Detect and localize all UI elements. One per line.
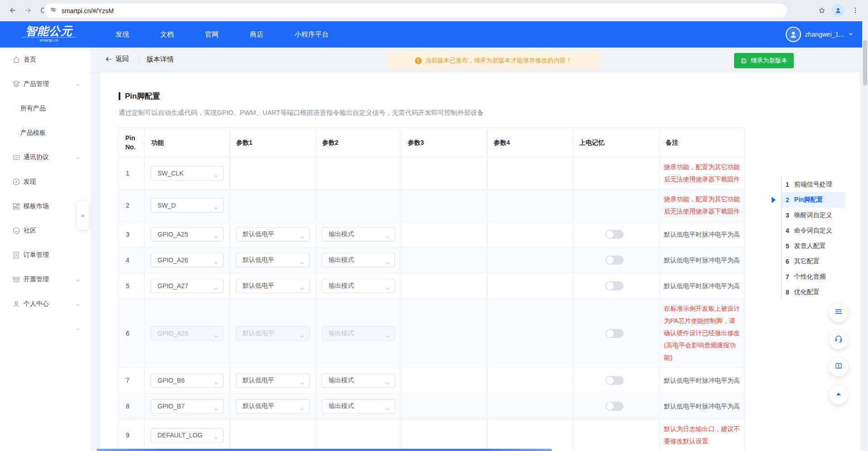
function-select[interactable]: GPIO_B6: [151, 373, 224, 388]
power-memory-toggle[interactable]: [606, 256, 624, 265]
param1-select[interactable]: 默认低电平: [236, 373, 310, 388]
page-scrollbar: [862, 21, 868, 451]
back-button[interactable]: 返回: [105, 55, 129, 63]
anchor-item-4[interactable]: 4命令词自定义: [782, 223, 845, 238]
sidebar-item-8[interactable]: 订单管理: [0, 243, 91, 267]
pin-number: 5: [119, 273, 144, 299]
nav-item-0[interactable]: 发现: [115, 30, 129, 39]
column-header: 上电记忆: [572, 128, 659, 157]
param1-select[interactable]: 默认低电平: [236, 399, 310, 413]
pin-number: 4: [119, 247, 144, 273]
note-text: 默认低电平时脉冲电平为高: [664, 280, 740, 292]
anchor-item-2[interactable]: 2Pin脚配置: [782, 192, 845, 208]
book-icon: [834, 361, 843, 372]
logo-subtext: smartpi.cn: [22, 37, 76, 43]
sidebar-item-4[interactable]: 通讯协议: [0, 145, 91, 170]
sidebar-item-0[interactable]: 首页: [0, 47, 91, 72]
browser-back-icon[interactable]: [6, 4, 19, 17]
inherit-version-button[interactable]: 继承为新版本: [734, 53, 794, 68]
power-memory-toggle[interactable]: [606, 402, 624, 411]
compass-icon: [12, 177, 21, 186]
sidebar-item-2[interactable]: 所有产品: [0, 96, 91, 121]
save-icon: [740, 57, 747, 64]
param2-select: 输出模式: [322, 326, 395, 341]
param2-select[interactable]: 输出模式: [322, 253, 395, 267]
home-icon: [12, 55, 21, 64]
page-title: 版本详情: [147, 55, 174, 64]
fab-book-icon[interactable]: [829, 357, 848, 376]
fab-catalog-icon[interactable]: [829, 303, 848, 322]
warning-text: 当前版本已发布，继承为新版本才能保存修改的内容！: [425, 57, 572, 65]
sidebar-item-10[interactable]: 个人中心: [0, 292, 91, 316]
function-select[interactable]: DEFAULT_LOG: [151, 428, 224, 442]
power-memory-toggle[interactable]: [606, 230, 624, 239]
community-icon: [12, 226, 21, 235]
param2-select[interactable]: 输出模式: [322, 373, 395, 388]
table-row: 8GPIO_B7默认低电平输出模式默认低电平时脉冲电平为高: [119, 394, 744, 419]
browser-menu-icon[interactable]: [849, 4, 862, 17]
anchor-item-1[interactable]: 1前端信号处理: [782, 177, 845, 192]
bottom-blue-strip: [97, 449, 552, 451]
nav-item-3[interactable]: 商店: [250, 30, 263, 39]
sidebar-item-11[interactable]: [0, 316, 91, 341]
sidebar-item-1[interactable]: 产品管理: [0, 72, 91, 96]
section-description: 通过定制可以自动生成代码，实现GPIO、PWM、UART等端口根据语音指令输出自…: [119, 109, 484, 117]
sidebar-item-9[interactable]: 开票管理: [0, 267, 91, 292]
site-info-icon[interactable]: [49, 6, 57, 15]
invoice-icon: [12, 275, 21, 284]
browser-profile-icon[interactable]: [832, 4, 844, 17]
anchor-item-3[interactable]: 3唤醒词自定义: [782, 208, 845, 223]
chevron-up-icon: [75, 81, 81, 87]
function-select[interactable]: GPIO_B7: [151, 399, 224, 413]
function-select[interactable]: GPIO_A26: [151, 253, 224, 267]
param1-select[interactable]: 默认低电平: [236, 253, 310, 267]
address-bar[interactable]: smartpi.cn/#/YzsM: [44, 4, 787, 18]
warning-icon: !: [415, 57, 422, 64]
anchor-item-7[interactable]: 7个性化音频: [782, 269, 845, 285]
power-memory-toggle[interactable]: [606, 376, 624, 385]
param2-select[interactable]: 输出模式: [322, 227, 395, 242]
function-select: GPIO_A28: [151, 326, 224, 341]
layers-icon: [12, 80, 21, 89]
bookmark-star-icon[interactable]: [816, 4, 828, 17]
function-select[interactable]: GPIO_A27: [151, 279, 224, 293]
chevron-down-icon: [75, 326, 81, 331]
document-icon: [12, 251, 21, 260]
table-row: 5GPIO_A27默认低电平输出模式默认低电平时脉冲电平为高: [119, 273, 744, 299]
param1-select[interactable]: 默认低电平: [236, 279, 310, 293]
sidebar-item-5[interactable]: 发现: [0, 170, 91, 194]
table-row: 9DEFAULT_LOG默认为日志输出口，建议不要修改默认设置: [119, 419, 744, 451]
sidebar-collapse-handle[interactable]: «: [77, 201, 89, 230]
column-header: 参数2: [315, 128, 401, 157]
scrollbar-thumb[interactable]: [863, 40, 867, 85]
anchor-item-8[interactable]: 8优化配置: [782, 285, 845, 300]
anchor-item-5[interactable]: 5发音人配置: [782, 238, 845, 254]
logo[interactable]: 智能公元 smartpi.cn: [22, 25, 76, 43]
function-select[interactable]: SW_CLK: [151, 166, 224, 180]
nav-item-1[interactable]: 文档: [160, 30, 174, 39]
table-row: 7GPIO_B6默认低电平输出模式默认低电平时脉冲电平为高: [119, 368, 744, 394]
fab-headset-icon[interactable]: [829, 330, 848, 349]
chevron-down-icon: [75, 301, 81, 307]
divider: [138, 56, 139, 64]
param2-select[interactable]: 输出模式: [322, 279, 395, 293]
anchor-item-6[interactable]: 6其它配置: [782, 254, 845, 269]
param1-select[interactable]: 默认低电平: [236, 227, 310, 242]
headset-icon: [834, 334, 843, 345]
sidebar-item-3[interactable]: 产品模板: [0, 121, 91, 145]
catalog-icon: [834, 307, 843, 318]
template-icon: [12, 202, 21, 211]
user-menu[interactable]: zhangwei_1...: [786, 21, 854, 47]
nav-item-4[interactable]: 小程序平台: [295, 30, 329, 39]
content-card: Pin脚配置 通过定制可以自动生成代码，实现GPIO、PWM、UART等端口根据…: [100, 72, 860, 451]
function-select[interactable]: SW_D: [151, 198, 224, 213]
param2-select[interactable]: 输出模式: [322, 399, 395, 413]
power-memory-toggle[interactable]: [606, 281, 624, 290]
chevron-down-icon: [75, 155, 81, 160]
function-select[interactable]: GPIO_A25: [151, 227, 224, 242]
nav-item-2[interactable]: 官网: [205, 30, 219, 39]
section-title: Pin脚配置: [125, 91, 160, 101]
fab-back-to-top-icon[interactable]: [829, 385, 848, 404]
pin-number: 7: [119, 368, 144, 393]
browser-forward-icon[interactable]: [22, 4, 34, 17]
